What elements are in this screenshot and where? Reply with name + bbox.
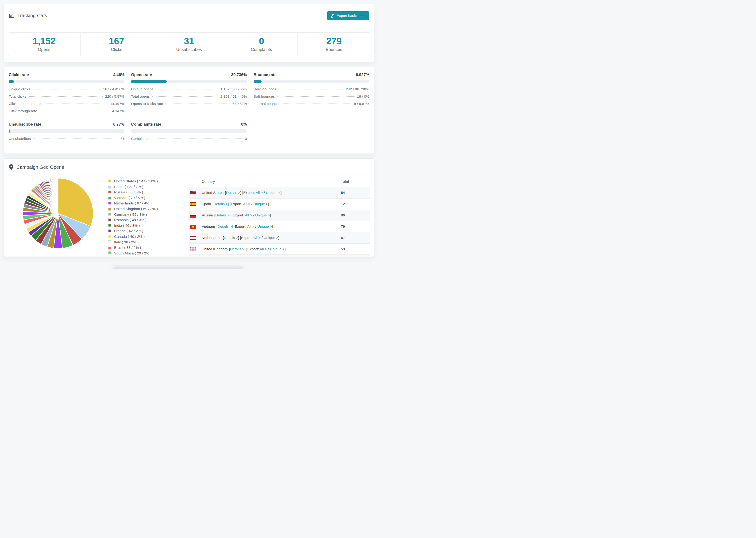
rate-block-opens-rate: Opens rate30.736%Unique opens1,152 / 30.… [131,73,247,113]
rate-stat-label: Total opens [131,94,149,99]
bar-chart-icon [9,13,14,18]
geo-table: Country Total United States [Details >] … [189,177,370,256]
rate-stat-row: Unique clicks167 / 4.456% [9,87,125,91]
progress-fill [9,129,10,133]
export-unique-link[interactable]: Unique > [255,213,270,217]
flag-vietnam-icon [190,225,196,229]
stat-value: 31 [153,36,225,46]
legend-swatch [108,190,111,194]
legend-item-united-states: United States ( 541 / 31% ) [108,179,166,183]
rate-value: 6.927% [356,73,369,77]
legend-swatch [108,241,111,244]
rate-stat-label: Unsubscribes [9,136,31,141]
dotted-leader [32,89,101,89]
export-unique-link[interactable]: Unique > [270,247,285,251]
bracket-text: [ [222,236,224,240]
export-all-link[interactable]: All > [245,213,252,217]
slash-text: / [252,213,255,217]
bottom-overlay-shadow [113,266,243,269]
export-icon [331,14,335,18]
rate-stat-row: Clicks to opens rate14.497% [9,102,125,106]
details-link[interactable]: Details > [215,213,230,217]
rate-stat-value: 689.82% [233,102,247,106]
export-prefix: Export: [247,247,259,251]
page-background: Tracking stats Export basic stats 1,152O… [0,0,378,269]
rate-stat-value: 242 / 86.738% [346,87,369,91]
legend-swatch [108,246,111,249]
export-unique-link[interactable]: Unique > [266,190,280,194]
rate-value: 0% [241,122,247,127]
flag-united-states-icon [190,191,196,195]
rate-stat-row: Unique opens1,152 / 30.736% [131,87,247,91]
header-divider [4,27,374,27]
rate-stat-row: Hard bounces242 / 86.738% [253,87,369,91]
rate-stat-label: Clicks to opens rate [9,102,41,106]
flag-spain-icon [190,202,196,206]
tracking-stats-title: Tracking stats [17,13,47,18]
legend-swatch [108,224,111,227]
total-value: 86 [341,210,370,221]
export-prefix: Export: [231,202,242,206]
pie-slice-other[interactable] [58,178,58,213]
dotted-leader [152,138,243,139]
geo-table-row-ru: Russia [Details >] [Export: All > / Uniq… [189,210,370,221]
export-all-link[interactable]: All > [243,202,250,206]
dotted-leader [156,89,218,89]
rate-value: 30.736% [231,73,247,77]
dotted-leader [28,96,103,97]
geo-table-row-nl: Netherlands [Details >] [Export: All > /… [189,232,370,243]
rate-stat-row: Total opens2,303 / 61.446% [131,94,247,99]
flag-netherlands-icon [190,236,196,240]
legend-swatch [108,207,111,211]
legend-label: Vietnam ( 79 / 5% ) [114,196,145,200]
rate-stat-row: Complaints0 [131,136,247,141]
export-all-link[interactable]: All > [253,236,261,240]
progress-fill [9,80,14,83]
dotted-leader [43,103,108,104]
details-link[interactable]: Details > [217,224,232,228]
rate-stat-label: Hard bounces [253,87,276,91]
dotted-leader [279,89,344,89]
export-unique-link[interactable]: Unique > [257,224,272,228]
rate-stat-value: 0 [245,136,247,141]
rate-stat-value: 18 / 0% [357,94,369,99]
geo-table-row-vn: Vietnam [Details >] [Export: All > / Uni… [189,221,370,232]
legend-item-italy: Italy ( 36 / 2% ) [108,240,166,244]
rate-stat-label: Opens to clicks rate [131,102,163,106]
rate-value: 4.46% [113,73,125,77]
rate-stat-value: 19 / 6.81% [352,102,369,106]
rate-title: Complaints rate [131,122,161,127]
bracket-text: ] [268,202,269,206]
country-name: United Kingdom [202,247,228,251]
bracket-text: ] [ [230,213,233,217]
rate-title: Clicks rate [9,73,29,77]
export-basic-stats-button[interactable]: Export basic stats [327,11,369,20]
stat-label: Complaints [225,47,298,52]
legend-swatch [108,185,111,188]
export-all-link[interactable]: All > [260,247,267,251]
export-unique-link[interactable]: Unique > [264,236,278,240]
details-link[interactable]: Details > [213,202,228,206]
details-link[interactable]: Details > [226,190,241,194]
progress-track [9,129,125,133]
stat-value: 279 [298,36,370,46]
rate-stat-value: 220 / 5.87% [105,94,125,99]
geo-table-row-us: United States [Details >] [Export: All >… [189,187,370,198]
geo-title: Campaign Geo Opens [17,165,64,170]
bracket-text: ] [285,247,286,251]
export-all-link[interactable]: All > [247,224,254,228]
flag-russia-icon [190,213,196,218]
rate-stat-label: Click through rate [9,109,37,113]
details-link[interactable]: Details > [224,236,238,240]
legend-label: Russia ( 86 / 5% ) [114,190,143,194]
legend-label: United States ( 541 / 31% ) [114,179,158,183]
export-all-link[interactable]: All > [256,190,263,194]
export-unique-link[interactable]: Unique > [253,202,268,206]
legend-label: Romania ( 49 / 3% ) [114,218,146,222]
legend-swatch [108,202,111,205]
country-name: Vietnam [202,224,215,228]
legend-label: Germany ( 55 / 3% ) [114,212,147,217]
rate-block-bounce-rate: Bounce rate6.927%Hard bounces242 / 86.73… [253,73,369,113]
rate-stat-row: Click through rate4.147% [9,109,125,113]
details-link[interactable]: Details > [230,247,244,251]
